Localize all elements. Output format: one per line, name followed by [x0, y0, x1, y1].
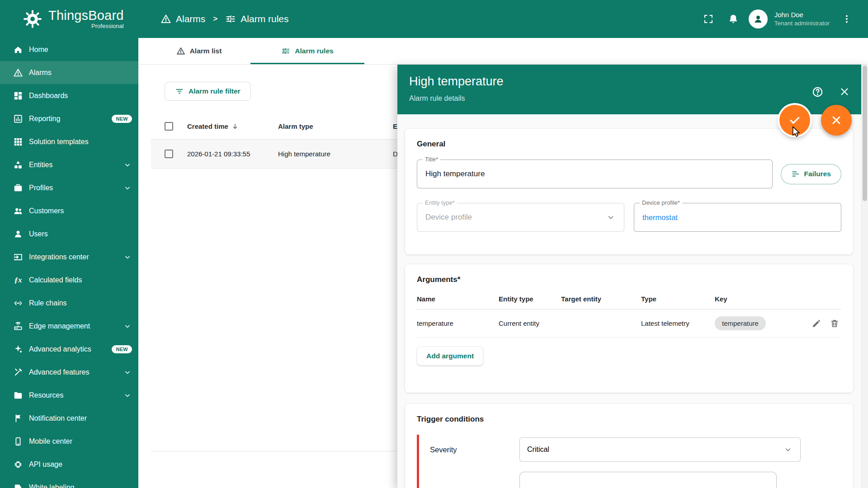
new-badge: NEW [112, 115, 132, 123]
drawer-subtitle: Alarm rule details [409, 94, 868, 103]
row-checkbox[interactable] [165, 150, 173, 158]
bell-icon [728, 14, 739, 24]
failures-icon [791, 169, 800, 178]
sidebar-item-solution-templates[interactable]: Solution templates [0, 130, 138, 153]
warning-icon [13, 68, 23, 78]
chevron-down-icon [123, 253, 132, 262]
severity-label: Severity [430, 446, 519, 454]
person-icon [752, 13, 764, 25]
general-section: General Title* High temperature Failures… [405, 129, 853, 254]
tune-icon [281, 47, 290, 56]
trigger-heading: Trigger conditions [417, 415, 841, 424]
fullscreen-button[interactable] [699, 9, 718, 28]
sidebar-item-advanced-features[interactable]: Advanced features [0, 361, 138, 384]
sidebar-item-calculated-fields[interactable]: ƒx Calculated fields [0, 268, 138, 291]
title-field[interactable]: Title* High temperature [417, 160, 773, 188]
edge-router-icon [13, 321, 23, 331]
tools-icon [13, 367, 23, 377]
sidebar-item-advanced-analytics[interactable]: Advanced analytics NEW [0, 338, 138, 361]
chevron-down-icon [123, 322, 132, 331]
sidebar-item-home[interactable]: Home [0, 38, 138, 61]
label-icon [13, 483, 23, 488]
alarm-rule-filter-button[interactable]: Alarm rule filter [165, 82, 251, 101]
severity-select[interactable]: Critical [519, 437, 801, 462]
sidebar-item-edge-management[interactable]: Edge management [0, 314, 138, 338]
tab-alarm-rules[interactable]: Alarm rules [250, 38, 364, 64]
home-icon [13, 45, 23, 55]
drawer-close-button[interactable] [839, 86, 850, 98]
notifications-button[interactable] [724, 9, 743, 28]
drawer-scrollbar[interactable] [861, 65, 868, 488]
chevron-down-icon [123, 183, 132, 192]
sidebar-item-reporting[interactable]: Reporting NEW [0, 107, 138, 130]
sidebar-item-notification-center[interactable]: Notification center [0, 407, 138, 430]
kebab-menu-button[interactable] [837, 9, 856, 28]
chevron-down-icon [783, 445, 793, 455]
brand-logo[interactable]: ThingsBoard Professional [0, 9, 138, 29]
sidebar-item-profiles[interactable]: Profiles [0, 176, 138, 199]
column-created-time[interactable]: Created time [187, 122, 278, 131]
title-field-value: High temperature [425, 169, 485, 178]
tune-icon [225, 14, 236, 24]
filter-icon [175, 87, 184, 96]
new-badge: NEW [112, 345, 132, 353]
trash-icon [830, 319, 840, 328]
pencil-icon [811, 319, 821, 328]
users-icon [13, 229, 23, 239]
partial-condition-field[interactable] [519, 472, 777, 488]
argument-entity-type: Current entity [499, 319, 561, 327]
general-heading: General [417, 140, 841, 149]
column-alarm-type[interactable]: Alarm type [278, 122, 393, 130]
customers-icon [13, 206, 23, 216]
tab-alarm-list[interactable]: Alarm list [147, 38, 250, 64]
argument-type: Latest telemetry [641, 319, 715, 327]
analytics-icon [13, 344, 23, 354]
sidebar-item-api-usage[interactable]: API usage [0, 453, 138, 476]
severity-value: Critical [527, 446, 549, 454]
sidebar-item-white-labeling[interactable]: White labeling [0, 476, 138, 488]
drawer-body: General Title* High temperature Failures… [397, 114, 861, 488]
close-icon [839, 86, 850, 98]
select-all-checkbox[interactable] [165, 122, 173, 131]
user-menu[interactable]: John Doe Tenant administrator [774, 10, 830, 27]
breadcrumb-separator: > [213, 14, 217, 23]
scrollbar-thumb[interactable] [863, 66, 867, 201]
edit-argument-button[interactable] [811, 319, 821, 328]
brand-edition: Professional [48, 23, 124, 29]
rule-chains-icon [13, 298, 23, 308]
entity-type-select[interactable]: Entity type* Device profile [417, 203, 624, 232]
arguments-table-header: Name Entity type Target entity Type Key [417, 289, 841, 310]
apply-changes-fab[interactable] [779, 105, 810, 136]
trigger-conditions-section: Trigger conditions Severity Critical [405, 404, 853, 488]
topbar: ThingsBoard Professional Alarms > Alarm … [0, 0, 868, 38]
entity-type-value: Device profile [425, 213, 472, 222]
profiles-icon [13, 183, 23, 193]
sidebar-item-mobile-center[interactable]: Mobile center [0, 430, 138, 453]
breadcrumb-alarms[interactable]: Alarms [160, 14, 205, 24]
sidebar-item-resources[interactable]: Resources [0, 384, 138, 407]
delete-argument-button[interactable] [830, 319, 840, 328]
sidebar-item-customers[interactable]: Customers [0, 199, 138, 222]
sidebar-item-rule-chains[interactable]: Rule chains [0, 291, 138, 314]
argument-row: temperature Current entity Latest teleme… [417, 310, 841, 338]
sidebar-item-integrations-center[interactable]: Integrations center [0, 245, 138, 268]
sidebar-item-users[interactable]: Users [0, 222, 138, 245]
user-avatar[interactable] [749, 9, 768, 28]
sidebar-item-dashboards[interactable]: Dashboards [0, 84, 138, 107]
warning-icon [160, 14, 171, 24]
device-profile-link[interactable]: thermostat [642, 213, 678, 222]
smartphone-icon [13, 436, 23, 446]
sidebar-item-alarms[interactable]: Alarms [0, 61, 138, 84]
breadcrumb-alarm-rules[interactable]: Alarm rules [225, 14, 288, 24]
add-argument-button[interactable]: Add argument [417, 347, 483, 366]
sidebar-item-entities[interactable]: Entities [0, 153, 138, 176]
reporting-icon [13, 114, 23, 124]
help-button[interactable] [811, 86, 824, 98]
discard-changes-fab[interactable] [821, 105, 852, 136]
device-profile-field[interactable]: Device profile* thermostat [634, 203, 841, 232]
failures-button[interactable]: Failures [781, 164, 841, 184]
entity-type-label: Entity type* [423, 199, 457, 206]
sort-desc-icon[interactable] [231, 122, 239, 131]
thingsboard-gear-icon [23, 9, 42, 29]
warning-icon [176, 47, 185, 56]
